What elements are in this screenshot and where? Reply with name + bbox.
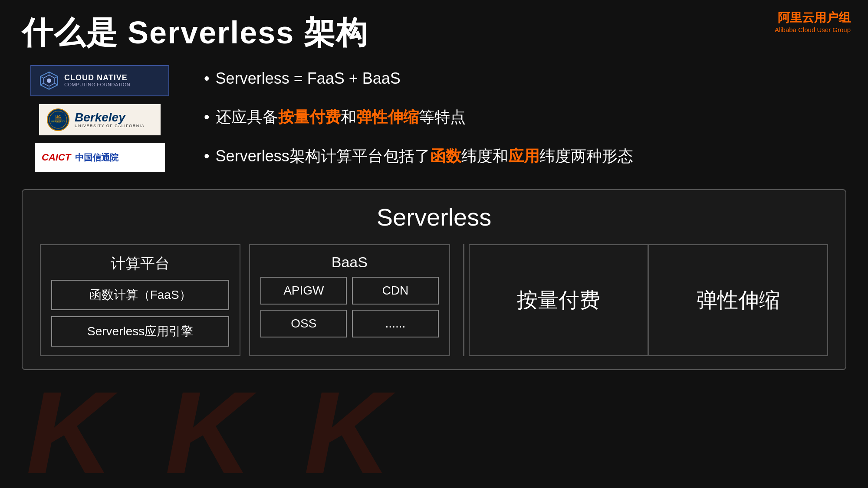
compute-item-1: 函数计算（FaaS） bbox=[51, 280, 229, 310]
baas-section: BaaS APIGW CDN OSS ...... bbox=[249, 244, 450, 356]
elastic-section: 弹性伸缩 bbox=[648, 244, 828, 356]
diagram-container: Serverless 计算平台 函数计算（FaaS） Serverless应用引… bbox=[22, 189, 846, 370]
compute-item-2: Serverless应用引擎 bbox=[51, 316, 229, 347]
baas-cdn: CDN bbox=[352, 277, 438, 305]
billing-label: 按量付费 bbox=[517, 286, 600, 314]
berkeley-sub: UNIVERSITY OF CALIFORNIA bbox=[75, 124, 145, 128]
bullet-3: • Serverless架构计算平台包括了函数纬度和应用纬度两种形态 bbox=[204, 145, 633, 167]
brand-chinese: 阿里云用户组 bbox=[775, 10, 851, 26]
bullet-text-3: Serverless架构计算平台包括了函数纬度和应用纬度两种形态 bbox=[216, 145, 633, 167]
billing-section: 按量付费 bbox=[469, 244, 648, 356]
top-section: CLOUD NATIVE COMPUTING FOUNDATION UC BER… bbox=[22, 61, 846, 172]
bullet-dot-3: • bbox=[204, 145, 210, 167]
berkeley-logo-box: UC BERKELEY Berkeley UNIVERSITY OF CALIF… bbox=[22, 104, 178, 135]
brand-block: 阿里云用户组 Alibaba Cloud User Group bbox=[775, 10, 851, 33]
bullets-column: • Serverless = FaaS + BaaS • 还应具备按量付费和弹性… bbox=[204, 61, 633, 172]
baas-apigw: APIGW bbox=[260, 277, 347, 305]
caict-logo: CAICT 中国信通院 bbox=[35, 143, 165, 172]
caict-chinese: 中国信通院 bbox=[75, 152, 118, 164]
cncf-line1: CLOUD NATIVE bbox=[64, 74, 130, 82]
logos-column: CLOUD NATIVE COMPUTING FOUNDATION UC BER… bbox=[22, 65, 178, 172]
content-area: CLOUD NATIVE COMPUTING FOUNDATION UC BER… bbox=[22, 61, 846, 466]
bullet-dot-2: • bbox=[204, 106, 210, 128]
highlight-应用: 应用 bbox=[508, 147, 539, 165]
cncf-text: CLOUD NATIVE COMPUTING FOUNDATION bbox=[64, 74, 130, 88]
bullet-text-1: Serverless = FaaS + BaaS bbox=[216, 68, 401, 89]
cncf-icon bbox=[38, 70, 60, 92]
cncf-line2: COMPUTING FOUNDATION bbox=[64, 82, 130, 88]
berkeley-text: Berkeley UNIVERSITY OF CALIFORNIA bbox=[75, 111, 145, 128]
svg-point-3 bbox=[47, 79, 51, 83]
baas-oss: OSS bbox=[260, 310, 347, 337]
berkeley-seal-icon: UC BERKELEY bbox=[47, 108, 69, 131]
page-title: 什么是 Serverless 架构 bbox=[22, 12, 368, 54]
highlight-按量付费: 按量付费 bbox=[278, 108, 341, 126]
bullet-2: • 还应具备按量付费和弹性伸缩等特点 bbox=[204, 106, 633, 128]
bullet-dot-1: • bbox=[204, 68, 210, 89]
highlight-弹性伸缩: 弹性伸缩 bbox=[356, 108, 419, 126]
compute-title: 计算平台 bbox=[111, 254, 170, 274]
baas-more: ...... bbox=[352, 310, 438, 337]
bullet-1: • Serverless = FaaS + BaaS bbox=[204, 68, 633, 89]
cncf-logo-box: CLOUD NATIVE COMPUTING FOUNDATION bbox=[22, 65, 178, 96]
caict-logo-box: CAICT 中国信通院 bbox=[22, 143, 178, 172]
highlight-函数: 函数 bbox=[430, 147, 461, 165]
elastic-label: 弹性伸缩 bbox=[697, 286, 780, 314]
svg-point-14 bbox=[55, 116, 62, 123]
berkeley-main: Berkeley bbox=[75, 111, 125, 124]
baas-title: BaaS bbox=[332, 254, 368, 271]
bullet-text-2: 还应具备按量付费和弹性伸缩等特点 bbox=[216, 106, 466, 128]
diagram-boxes: 计算平台 函数计算（FaaS） Serverless应用引擎 BaaS APIG… bbox=[40, 244, 828, 356]
cncf-logo: CLOUD NATIVE COMPUTING FOUNDATION bbox=[30, 65, 169, 96]
caict-abbr: CAICT bbox=[42, 152, 71, 163]
baas-grid: APIGW CDN OSS ...... bbox=[260, 277, 438, 337]
berkeley-logo: UC BERKELEY Berkeley UNIVERSITY OF CALIF… bbox=[39, 104, 161, 135]
diagram-title: Serverless bbox=[40, 203, 828, 231]
compute-section: 计算平台 函数计算（FaaS） Serverless应用引擎 bbox=[40, 244, 240, 356]
brand-english: Alibaba Cloud User Group bbox=[775, 26, 851, 33]
divider-1 bbox=[463, 244, 464, 356]
